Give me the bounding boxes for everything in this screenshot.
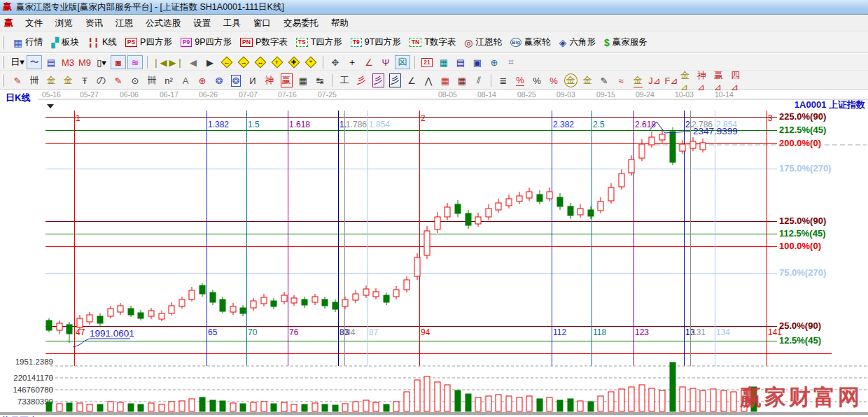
red-grid-icon[interactable]: ▦ bbox=[438, 73, 453, 87]
compress-icon[interactable]: + bbox=[270, 55, 285, 69]
dark-grid-icon[interactable]: ▦ bbox=[454, 73, 470, 87]
gann-wheel-button[interactable]: ◎江恩轮 bbox=[460, 35, 506, 50]
full-view-icon[interactable]: ＊ bbox=[303, 55, 318, 69]
a-lines-icon[interactable]: A bbox=[178, 73, 193, 87]
percent-ref-icon[interactable]: % bbox=[546, 73, 561, 87]
p-table-button[interactable]: PNP数字表 bbox=[236, 35, 292, 50]
save-icon[interactable]: ▣ bbox=[470, 55, 485, 69]
prev-bar-icon[interactable]: ◀ bbox=[186, 55, 201, 69]
gann-grid-icon[interactable]: 工 bbox=[337, 73, 352, 87]
si-angle-icon[interactable]: 四⊿ bbox=[731, 73, 746, 87]
angle-measure-icon[interactable]: ∠ bbox=[361, 55, 377, 69]
star-rays-icon[interactable]: ❂ bbox=[211, 73, 227, 87]
menu-item[interactable]: 公式选股 bbox=[139, 16, 187, 31]
notes-icon[interactable]: ▤ bbox=[453, 55, 468, 69]
candle-style-dropdown[interactable]: ▯▾ bbox=[94, 55, 109, 69]
fan-box2-icon[interactable]: 彡 bbox=[387, 73, 402, 87]
svg-text:47: 47 bbox=[76, 327, 85, 337]
puzzle-icon[interactable]: ◙ bbox=[111, 55, 126, 69]
calculator-icon[interactable]: ▦ bbox=[436, 55, 451, 69]
trend-lines-icon[interactable]: ∠ bbox=[404, 73, 419, 87]
menu-item[interactable]: 江恩 bbox=[109, 16, 139, 31]
pencil-tool-icon[interactable]: ✎ bbox=[10, 73, 25, 87]
wave9-icon[interactable]: M9 bbox=[77, 55, 92, 69]
menu-item[interactable]: 工具 bbox=[217, 16, 247, 31]
menu-item[interactable]: 浏览 bbox=[49, 16, 79, 31]
hexagon-button[interactable]: ◈六角形 bbox=[555, 35, 600, 50]
fan-box-icon[interactable]: 彡 bbox=[370, 73, 386, 87]
boxed-rays-icon[interactable]: ❂ bbox=[228, 73, 244, 87]
title-bar[interactable]: 赢 赢家江恩专业版[赢家内部服务平台] - [上证指数 SH1A0001-111… bbox=[0, 0, 868, 15]
gold-circle-icon[interactable]: 金 bbox=[563, 73, 578, 87]
menu-item[interactable]: 窗口 bbox=[247, 16, 277, 31]
t-square-button[interactable]: TST四方形 bbox=[292, 35, 346, 50]
gauge-ruler-icon[interactable]: 卌 bbox=[27, 73, 42, 87]
tree-icon[interactable]: Ψ bbox=[378, 55, 393, 69]
percent-line-icon[interactable]: % bbox=[512, 73, 528, 87]
j-angle-icon[interactable]: J⊿ bbox=[647, 73, 662, 87]
kline-chart[interactable]: 05-1605-2706-0606-1706-2607-0707-1607-25… bbox=[0, 90, 868, 417]
pan-right-icon[interactable]: → bbox=[236, 55, 251, 69]
f-angle-icon[interactable]: F⊿ bbox=[664, 73, 679, 87]
menu-item[interactable]: 交易委托 bbox=[277, 16, 325, 31]
chart-canvas[interactable]: 05-1605-2706-0606-1706-2607-0707-1607-25… bbox=[0, 90, 868, 417]
spiral-icon[interactable]: の bbox=[94, 73, 109, 87]
notch-icon[interactable]: И bbox=[245, 73, 260, 87]
grid-123-icon[interactable]: ▦ bbox=[295, 73, 311, 87]
zigzag-lines-icon[interactable]: ⋀ bbox=[421, 73, 436, 87]
hand-tool-icon[interactable]: ✥ bbox=[328, 55, 343, 69]
t-table-button[interactable]: TNT数字表 bbox=[405, 35, 460, 50]
wave-line-icon[interactable]: ≈ bbox=[613, 73, 629, 87]
percent-icon[interactable]: % bbox=[529, 73, 545, 87]
gold-underline-icon[interactable]: 金 bbox=[630, 73, 645, 87]
crosshair-icon[interactable]: ＋ bbox=[344, 55, 360, 69]
gold-gauge2-icon[interactable]: 金 bbox=[60, 73, 76, 87]
calendar-icon[interactable]: 21 bbox=[419, 55, 435, 69]
span-arrow-icon[interactable]: ↹ bbox=[312, 73, 328, 87]
menu-item[interactable]: 设置 bbox=[187, 16, 217, 31]
pane-divider[interactable] bbox=[0, 412, 868, 415]
next-bar-icon[interactable]: ▶ bbox=[202, 55, 218, 69]
document-icon[interactable]: ▤ bbox=[43, 55, 59, 69]
histogram-icon[interactable]: ≋ bbox=[127, 55, 143, 69]
gold-level-icon[interactable]: 金 bbox=[580, 73, 595, 87]
menu-item[interactable]: 资讯 bbox=[79, 16, 109, 31]
kline-button[interactable]: ╏╏K线 bbox=[83, 35, 121, 50]
web-export-icon[interactable]: ⊕ bbox=[486, 55, 502, 69]
9p-square-button[interactable]: P99P四方形 bbox=[176, 35, 236, 50]
menu-item[interactable]: 帮助 bbox=[325, 16, 355, 31]
first-bar-icon[interactable]: ❘◀ bbox=[152, 55, 167, 69]
pan-left-icon[interactable]: ← bbox=[219, 55, 234, 69]
wave3-icon[interactable]: M3 bbox=[60, 55, 76, 69]
marker-pen-icon[interactable]: ✎ bbox=[111, 73, 126, 87]
ying-angle-icon[interactable]: 赢⊿ bbox=[714, 73, 729, 87]
shen-angle-icon[interactable]: 神⊿ bbox=[697, 73, 713, 87]
ying-tool-icon[interactable]: 赢 bbox=[279, 73, 294, 87]
workstation-icon[interactable]: ⌗ bbox=[503, 55, 519, 69]
f-gauge-icon[interactable]: Ŧ bbox=[77, 73, 92, 87]
parallel-lines-icon[interactable]: ⫽ bbox=[471, 73, 486, 87]
n-square-icon[interactable]: n² bbox=[161, 73, 176, 87]
fan-lines-icon[interactable]: 彡 bbox=[354, 73, 369, 87]
price-scale-icon[interactable]: ≣ bbox=[496, 73, 511, 87]
p-square-button[interactable]: PSP四方形 bbox=[121, 35, 176, 50]
circle-cross-icon[interactable]: ⊕ bbox=[195, 73, 210, 87]
sectors-button[interactable]: ▞板块 bbox=[47, 35, 83, 50]
brain-icon[interactable]: 囟 bbox=[395, 55, 410, 69]
zigzag-icon[interactable]: 〜 bbox=[27, 55, 42, 69]
last-bar-icon[interactable]: ▶❘ bbox=[169, 55, 184, 69]
winner-wheel-button[interactable]: Big赢家轮 bbox=[506, 35, 555, 50]
shen-tool-icon[interactable]: 神 bbox=[262, 73, 277, 87]
tick-ruler-icon[interactable]: 卌 bbox=[144, 73, 160, 87]
brush-icon[interactable]: ✎ bbox=[596, 73, 612, 87]
winner-service-button[interactable]: $赢家服务 bbox=[600, 35, 652, 50]
gold-gauge-icon[interactable]: 金 bbox=[43, 73, 59, 87]
menu-item[interactable]: 文件 bbox=[19, 16, 49, 31]
kline-period-dropdown[interactable]: 日▾ bbox=[10, 55, 25, 69]
9t-square-button[interactable]: T99T四方形 bbox=[346, 35, 405, 50]
time-circle-icon[interactable]: ⊙ bbox=[127, 73, 143, 87]
quotes-button[interactable]: ▦行情 bbox=[9, 35, 47, 50]
expand-icon[interactable]: ✚ bbox=[286, 55, 302, 69]
gold-angle-icon[interactable]: 金⊿ bbox=[680, 73, 696, 87]
zoom-h-icon[interactable]: ↔ bbox=[253, 55, 268, 69]
